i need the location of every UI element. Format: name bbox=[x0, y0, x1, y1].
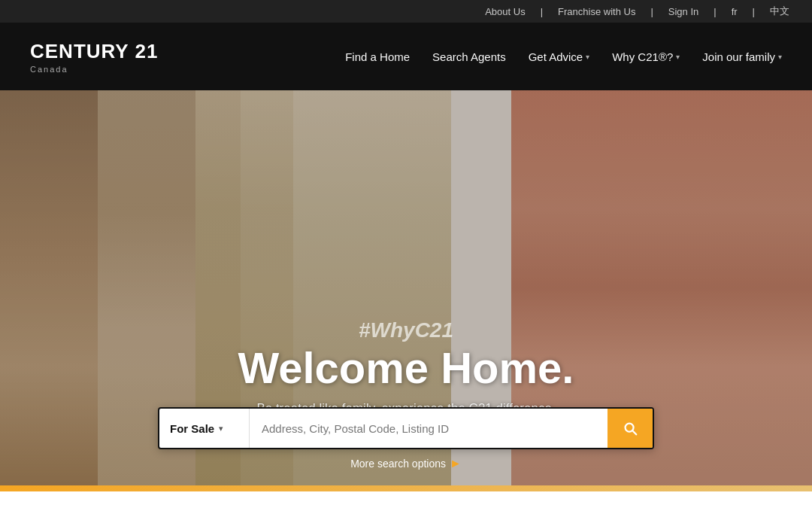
search-icon bbox=[622, 420, 638, 437]
search-agents-nav[interactable]: Search Agents bbox=[432, 50, 506, 63]
hero-title: Welcome Home. bbox=[143, 345, 669, 391]
utility-bar: About Us | Franchise with Us | Sign In |… bbox=[0, 0, 812, 23]
sale-type-label: For Sale bbox=[170, 422, 214, 435]
sale-type-select[interactable]: For Sale ▾ bbox=[159, 409, 250, 448]
more-options-label: More search options bbox=[350, 458, 446, 470]
logo-text: CENTURY 21 bbox=[30, 40, 158, 63]
nav-links: Find a Home Search Agents Get Advice ▾ W… bbox=[345, 50, 782, 63]
search-button[interactable] bbox=[607, 409, 653, 448]
join-family-chevron: ▾ bbox=[778, 53, 782, 61]
franchise-link[interactable]: Franchise with Us bbox=[558, 6, 635, 17]
why-c21-chevron: ▾ bbox=[676, 53, 680, 61]
get-advice-nav[interactable]: Get Advice ▾ bbox=[529, 50, 590, 63]
divider-4: | bbox=[753, 6, 755, 17]
more-options-arrow: ► bbox=[450, 457, 462, 470]
logo-sub: Canada bbox=[30, 65, 158, 74]
divider-2: | bbox=[650, 6, 653, 17]
logo[interactable]: CENTURY 21 Canada bbox=[30, 40, 158, 74]
main-nav: CENTURY 21 Canada Find a Home Search Age… bbox=[0, 23, 812, 90]
hero-content: #WhyC21 Welcome Home. Be treated like fa… bbox=[143, 318, 669, 418]
search-input[interactable] bbox=[250, 409, 607, 448]
join-family-nav[interactable]: Join our family ▾ bbox=[702, 50, 782, 63]
search-area: For Sale ▾ More search options ► bbox=[158, 407, 654, 470]
sale-type-chevron: ▾ bbox=[219, 424, 223, 433]
bottom-accent-bar bbox=[0, 485, 812, 491]
more-search-options-link[interactable]: More search options ► bbox=[350, 457, 462, 470]
about-us-link[interactable]: About Us bbox=[485, 6, 525, 17]
divider-3: | bbox=[714, 6, 716, 17]
search-bar: For Sale ▾ bbox=[158, 407, 654, 449]
hero-hashtag: #WhyC21 bbox=[143, 318, 669, 342]
why-c21-nav[interactable]: Why C21®? ▾ bbox=[612, 50, 680, 63]
divider-1: | bbox=[541, 6, 543, 17]
hero-section: #WhyC21 Welcome Home. Be treated like fa… bbox=[0, 90, 812, 485]
find-home-nav[interactable]: Find a Home bbox=[345, 50, 410, 63]
lang-fr-link[interactable]: fr bbox=[732, 6, 738, 17]
lang-zh-link[interactable]: 中文 bbox=[770, 5, 789, 18]
get-advice-chevron: ▾ bbox=[586, 53, 589, 61]
sign-in-link[interactable]: Sign In bbox=[668, 6, 698, 17]
